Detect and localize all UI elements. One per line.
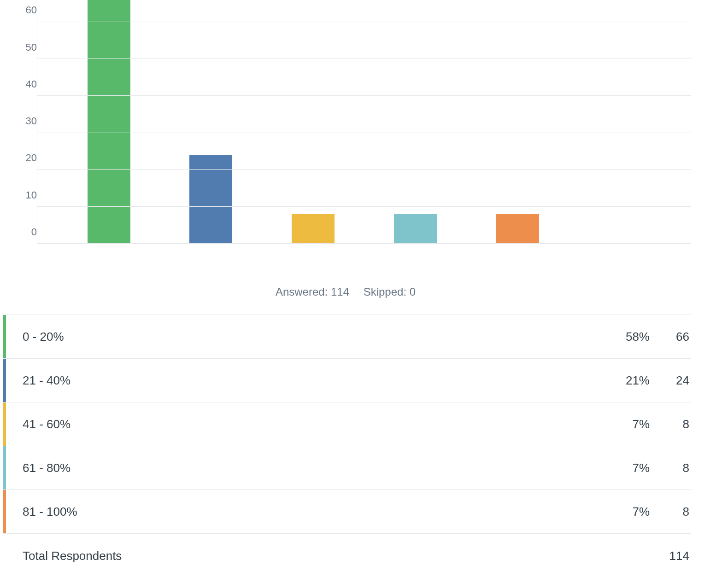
y-axis-tick-label: 60: [9, 4, 37, 16]
chart-bar: [496, 214, 539, 244]
answered-count: Answered: 114: [276, 286, 349, 298]
table-row: 41 - 60%7%8: [3, 402, 691, 446]
table-row-count: 8: [650, 402, 691, 446]
table-row: 81 - 100%7%8: [3, 489, 691, 534]
y-axis-tick-label: 30: [9, 115, 37, 127]
y-axis-tick-label: 0: [9, 226, 37, 238]
response-summary: Answered: 114 Skipped: 0: [0, 286, 691, 298]
color-swatch: [3, 402, 6, 446]
chart-gridline: [37, 206, 691, 207]
y-axis-tick-label: 20: [9, 152, 37, 164]
y-axis-tick-label: 40: [9, 78, 37, 90]
table-row: 21 - 40%21%24: [3, 358, 691, 402]
table-row-count: 24: [650, 359, 691, 402]
table-row-count: 8: [650, 446, 691, 489]
table-row-percent: 7%: [594, 490, 650, 533]
table-row-count: 66: [650, 315, 691, 358]
results-table: 0 - 20%58%6621 - 40%21%2441 - 60%7%861 -…: [3, 315, 691, 571]
chart-gridline: [37, 133, 691, 133]
table-row-percent: 58%: [594, 315, 650, 358]
table-row-percent: 7%: [594, 402, 650, 446]
bar-chart: 0102030405060: [9, 0, 691, 244]
total-label: Total Respondents: [6, 549, 594, 563]
y-axis-tick-label: 50: [9, 41, 37, 53]
table-row-percent: 21%: [594, 359, 650, 402]
color-swatch: [3, 490, 6, 533]
table-row-label: 81 - 100%: [6, 490, 594, 533]
y-axis-tick-label: 10: [9, 189, 37, 201]
total-count: 114: [650, 549, 691, 563]
chart-plot-area: [37, 0, 691, 244]
table-row: 0 - 20%58%66: [3, 315, 691, 359]
chart-gridline: [37, 95, 691, 96]
skipped-count: Skipped: 0: [364, 286, 416, 298]
table-row-label: 21 - 40%: [6, 359, 594, 402]
chart-bars-layer: [37, 0, 691, 244]
color-swatch: [3, 359, 6, 402]
table-row-label: 41 - 60%: [6, 402, 594, 446]
table-row-count: 8: [650, 490, 691, 533]
chart-gridline: [37, 243, 691, 244]
chart-bar: [189, 155, 232, 244]
chart-gridline: [37, 22, 691, 22]
table-total-row: Total Respondents114: [6, 534, 691, 571]
color-swatch: [3, 315, 6, 358]
chart-gridline: [37, 169, 691, 170]
table-row: 61 - 80%7%8: [3, 446, 691, 490]
chart-bar: [292, 214, 335, 244]
table-row-label: 0 - 20%: [6, 315, 594, 358]
color-swatch: [3, 446, 6, 489]
table-row-label: 61 - 80%: [6, 446, 594, 489]
chart-bar: [88, 0, 130, 244]
table-row-percent: 7%: [594, 446, 650, 489]
chart-bar: [394, 214, 437, 244]
chart-gridline: [37, 58, 691, 59]
